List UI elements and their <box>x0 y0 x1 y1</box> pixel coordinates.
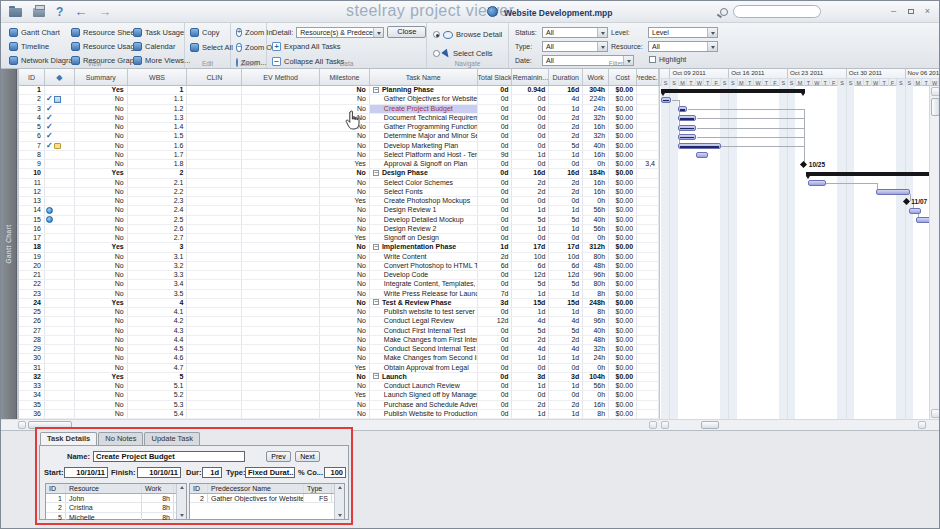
gantt-task-bar[interactable] <box>909 208 921 214</box>
table-row[interactable]: 18Yes3No−Implementation Phase1d17d17d312… <box>19 243 659 252</box>
task-name-cell[interactable]: Approval & Signoff on Plan <box>370 160 478 168</box>
gantt-task-bar[interactable] <box>678 143 721 149</box>
gantt-task-bar[interactable] <box>678 115 696 121</box>
table-row[interactable]: 8No1.7NoSelect Platform and Host - Tempo… <box>19 151 659 160</box>
prev-button[interactable]: Prev <box>266 451 291 462</box>
table-row[interactable]: 19No3.1NoWrite Content2d10d10d80h$0.00 <box>19 253 659 262</box>
level-filter-dropdown[interactable]: Level <box>648 27 718 38</box>
table-row[interactable]: 28No4.4NoMake Changes from First Interna… <box>19 336 659 345</box>
copy-button[interactable]: Copy <box>190 26 230 39</box>
task-name-cell[interactable]: Convert Photoshop to HTML Templates <box>370 262 478 270</box>
column-header-predec-[interactable]: Predec... <box>637 69 659 85</box>
task-name-cell[interactable]: Create Photoshop Mockups <box>370 197 478 205</box>
table-row[interactable]: 27No4.3NoConduct First Internal Test0d5d… <box>19 327 659 336</box>
task-name-cell[interactable]: Obtain Approval from Legal <box>370 364 478 372</box>
table-row[interactable]: 17No2.7YesSignoff on Design0d0d0d0h$0.00 <box>19 234 659 243</box>
task-name-cell[interactable]: Make Changes from First Internal Test <box>370 336 478 344</box>
task-name-cell[interactable]: Launch Signed off by Management <box>370 391 478 399</box>
table-row[interactable]: 30No4.6NoMake Changes from Second Intern… <box>19 354 659 363</box>
detail-tab-task-details[interactable]: Task Details <box>40 432 97 445</box>
table-row[interactable]: 36No5.4NoPublish Website to Production S… <box>19 410 659 419</box>
close-button[interactable]: × <box>922 6 933 17</box>
gantt-task-bar[interactable] <box>876 189 910 195</box>
gantt-scroll-thumb[interactable] <box>701 421 719 429</box>
task-name-cell[interactable]: Make Changes from Second Internal Test <box>370 354 478 362</box>
close-detail-button[interactable]: Close <box>387 26 426 38</box>
table-row[interactable]: 23No3.5NoWrite Press Release for Launch7… <box>19 290 659 299</box>
column-header-clin[interactable]: CLIN <box>187 69 242 85</box>
table-row[interactable]: 33No5.1NoConduct Launch Review0d1d1d56h$… <box>19 382 659 391</box>
scroll-down-button[interactable] <box>931 409 940 418</box>
view-sidebar-strip[interactable]: Gantt Chart <box>1 69 17 419</box>
browse-detail-radio[interactable]: Browse Detail <box>433 28 508 41</box>
table-row[interactable]: 20No3.2NoConvert Photoshop to HTML Templ… <box>19 262 659 271</box>
column-header-cost[interactable]: Cost <box>609 69 637 85</box>
resource-sheet-button[interactable]: Resource Sheet <box>71 26 133 39</box>
detail-tab-no-notes[interactable]: No Notes <box>98 432 143 445</box>
column-header-ev-method[interactable]: EV Method <box>242 69 320 85</box>
task-name-cell[interactable]: Select Platform and Host - Temporarily M… <box>370 151 478 159</box>
table-row[interactable]: 5✓No1.4NoGather Programming Functionalit… <box>19 123 659 132</box>
task-name-cell[interactable]: Gather Objectives for Website <box>370 95 478 103</box>
task-name-cell[interactable]: Develop Marketing Plan <box>370 142 478 150</box>
table-row[interactable]: 31No4.7YesObtain Approval from Legal0d0d… <box>19 364 659 373</box>
task-name-cell[interactable]: Write Content <box>370 253 478 261</box>
task-name-cell[interactable]: Purchase and Schedule Advertising <box>370 401 478 409</box>
column-header-remainin-[interactable]: Remainin... <box>512 69 549 85</box>
task-name-cell[interactable]: Write Press Release for Launch <box>370 290 478 298</box>
search-icon[interactable] <box>720 8 728 16</box>
task-name-cell[interactable]: Design Review 1 <box>370 206 478 214</box>
open-file-icon[interactable] <box>9 8 22 17</box>
table-row[interactable]: 13No2.3YesCreate Photoshop Mockups0d0d0d… <box>19 197 659 206</box>
column-header-duration[interactable]: Duration <box>549 69 583 85</box>
column-header-summary[interactable]: Summary <box>75 69 128 85</box>
gantt-vertical-scrollbar[interactable] <box>929 86 940 419</box>
table-row[interactable]: 24Yes4No−Test & Review Phase3d15d15d248h… <box>19 299 659 308</box>
grid-row[interactable]: 2Cristina8h <box>46 503 186 513</box>
timeline-button[interactable]: Timeline <box>9 40 71 53</box>
start-field[interactable]: 10/10/11 <box>64 467 108 478</box>
task-name-cell[interactable]: Develop Code <box>370 271 478 279</box>
column-header-work[interactable]: Work <box>583 69 609 85</box>
print-icon[interactable] <box>33 8 45 17</box>
duration-field[interactable]: 1d <box>202 467 222 478</box>
resource-grid-scrollbar[interactable] <box>176 484 186 519</box>
table-row[interactable]: 2✓No1.1NoGather Objectives for Website0d… <box>19 95 659 104</box>
task-name-cell[interactable]: −Design Phase <box>370 169 478 177</box>
column-header-milestone[interactable]: Milestone <box>320 69 370 85</box>
task-name-cell[interactable]: Develop Detailed Mockup <box>370 216 478 224</box>
table-row[interactable]: 32Yes5No−Launch0d3d3d104h$0.00 <box>19 373 659 382</box>
task-name-cell[interactable]: Document Technical Requirements <box>370 114 478 122</box>
back-icon[interactable]: ← <box>74 5 87 19</box>
table-row[interactable]: 6✓No1.5NoDetermine Major and Minor Secti… <box>19 132 659 141</box>
task-name-cell[interactable]: Design Review 2 <box>370 225 478 233</box>
task-name-cell[interactable]: −Test & Review Phase <box>370 299 478 307</box>
task-name-cell[interactable]: Publish website to test server <box>370 308 478 316</box>
table-row[interactable]: 22No3.4NoIntegrate Content, Templates, a… <box>19 280 659 289</box>
task-name-cell[interactable]: Conduct First Internal Test <box>370 327 478 335</box>
status-filter-dropdown[interactable]: All <box>542 27 608 38</box>
gantt-scroll-right-button[interactable] <box>918 421 926 429</box>
table-scroll-right-button[interactable] <box>649 421 657 429</box>
scroll-up-button[interactable] <box>931 87 940 96</box>
task-name-cell[interactable]: Conduct Legal Review <box>370 317 478 325</box>
next-button[interactable]: Next <box>295 451 320 462</box>
column-header-indicator[interactable]: ◆ <box>45 69 75 85</box>
table-row[interactable]: 21No3.3NoDevelop Code0d12d12d96h$0.00 <box>19 271 659 280</box>
scroll-thumb[interactable] <box>931 98 940 116</box>
maximize-button[interactable] <box>905 6 916 17</box>
task-name-cell[interactable]: Conduct Second Internal Test <box>370 345 478 353</box>
percent-complete-field[interactable]: 100 <box>324 467 346 478</box>
task-name-cell[interactable]: −Launch <box>370 373 478 381</box>
table-row[interactable]: 26No4.2NoConduct Legal Review12d4d4d96h$… <box>19 317 659 326</box>
gantt-task-bar[interactable] <box>678 125 696 131</box>
task-name-cell[interactable]: Determine Major and Minor Sections <box>370 132 478 140</box>
task-name-cell[interactable]: −Planning Phase <box>370 86 478 94</box>
task-name-cell[interactable]: Create Project Budget <box>370 105 478 113</box>
task-name-cell[interactable]: Gather Programming Functionality <box>370 123 478 131</box>
table-row[interactable]: 1Yes1No−Planning Phase0d0.94d16d304h$0.0… <box>19 86 659 95</box>
table-row[interactable]: 10Yes2No−Design Phase0d16d16d184h$0.00 <box>19 169 659 178</box>
table-row[interactable]: 12No2.2NoSelect Fonts0d2d2d16h$0.00 <box>19 188 659 197</box>
column-header-total-slack[interactable]: Total Slack <box>478 69 513 85</box>
collapse-task-icon[interactable]: − <box>373 244 379 250</box>
